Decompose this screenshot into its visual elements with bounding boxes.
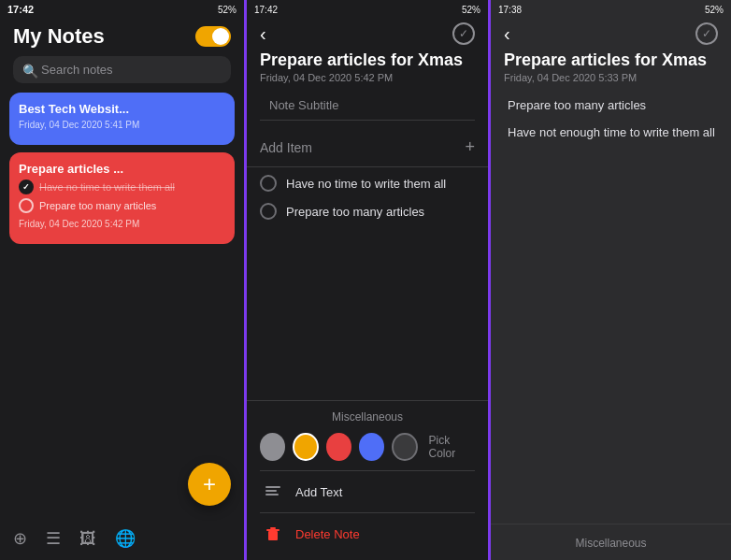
- svg-rect-5: [270, 527, 276, 529]
- color-yellow[interactable]: [293, 433, 319, 461]
- nav-globe-icon[interactable]: 🌐: [115, 528, 136, 549]
- editor-title: Prepare articles for Xmas: [247, 50, 488, 72]
- confirm-button[interactable]: [452, 22, 475, 45]
- nav-add-icon[interactable]: ⊕: [13, 528, 27, 549]
- misc-label: Miscellaneous: [260, 410, 475, 424]
- add-text-label: Add Text: [295, 485, 342, 499]
- subtitle-field[interactable]: Note Subtitle: [260, 91, 475, 121]
- pick-color-label: Pick Color: [429, 434, 475, 460]
- checklist-text-2: Prepare too many articles: [286, 205, 424, 219]
- view-misc-section: Miscellaneous: [491, 524, 731, 560]
- nav-image-icon[interactable]: 🖼: [79, 529, 96, 549]
- check-circle-checked: [19, 179, 34, 194]
- checklist-items: Have no time to write them all Prepare t…: [247, 167, 488, 227]
- svg-rect-2: [265, 494, 279, 495]
- view-back-arrow-icon[interactable]: ‹: [504, 23, 510, 45]
- search-bar[interactable]: 🔍 Search notes: [13, 56, 231, 83]
- status-bar-1: 17:42 52%: [0, 0, 244, 19]
- color-row: Pick Color: [260, 433, 475, 461]
- time-2: 17:42: [254, 5, 278, 15]
- svg-rect-0: [265, 486, 280, 488]
- note-card-blue[interactable]: Best Tech Websit... Friday, 04 Dec 2020 …: [9, 93, 235, 145]
- view-title: Prepare articles for Xmas: [491, 50, 731, 72]
- view-top-bar: ‹: [491, 19, 731, 50]
- battery-3: 52%: [705, 5, 724, 15]
- text-icon: [260, 479, 286, 505]
- note-item-text-2: Prepare too many articles: [39, 200, 156, 211]
- view-date: Friday, 04 Dec 2020 5:33 PM: [491, 72, 731, 94]
- list-item: Prepare too many articles: [260, 203, 475, 220]
- toggle-switch[interactable]: [195, 26, 231, 47]
- editor-date: Friday, 04 Dec 2020 5:42 PM: [247, 72, 488, 91]
- delete-note-action[interactable]: Delete Note: [260, 517, 475, 551]
- note-card-red[interactable]: Prepare articles ... Have no time to wri…: [9, 152, 235, 244]
- editor-top-bar: ‹: [247, 19, 488, 50]
- panel-view: 17:38 52% ‹ Prepare articles for Xmas Fr…: [488, 0, 731, 560]
- svg-rect-3: [268, 531, 278, 540]
- note-item-text-1: Have no time to write them all: [39, 181, 175, 193]
- toggle-knob: [212, 28, 229, 45]
- bottom-nav: ⊕ ☰ 🖼 🌐: [0, 521, 244, 560]
- trash-icon: [260, 521, 286, 547]
- color-dark[interactable]: [392, 433, 418, 461]
- list-item: Have no time to write them all: [260, 175, 475, 192]
- time-3: 17:38: [498, 5, 522, 15]
- status-bar-2: 17:42 52%: [247, 0, 488, 19]
- search-placeholder: Search notes: [41, 63, 113, 77]
- note-card-blue-title: Best Tech Websit...: [19, 102, 225, 116]
- list-item: Prepare too many articles: [19, 198, 225, 213]
- note-card-blue-date: Friday, 04 Dec 2020 5:41 PM: [19, 120, 225, 130]
- add-text-action[interactable]: Add Text: [260, 475, 475, 509]
- divider-1: [260, 470, 475, 471]
- view-misc-label: Miscellaneous: [575, 537, 646, 550]
- check-circle-unchecked: [19, 198, 34, 213]
- view-item-1: Prepare too many articles: [504, 98, 718, 112]
- panel-editor: 17:42 52% ‹ Prepare articles for Xmas Fr…: [244, 0, 488, 560]
- notes-title: My Notes: [13, 24, 105, 49]
- panel-notes: 17:42 52% My Notes 🔍 Search notes Best T…: [0, 0, 244, 560]
- fab-plus-icon: +: [203, 473, 216, 495]
- battery-2: 52%: [462, 5, 480, 15]
- color-gray[interactable]: [260, 433, 285, 461]
- miscellaneous-section: Miscellaneous Pick Color Add Text: [247, 400, 488, 560]
- view-item-2: Have not enough time to write them all: [504, 125, 718, 139]
- divider-2: [260, 512, 475, 513]
- time-1: 17:42: [7, 4, 34, 15]
- note-card-red-date: Friday, 04 Dec 2020 5:42 PM: [19, 219, 225, 229]
- fab-area: +: [0, 453, 244, 521]
- view-confirm-button[interactable]: [695, 22, 718, 45]
- search-icon: 🔍: [22, 64, 36, 77]
- radio-circle-2[interactable]: [260, 203, 277, 220]
- radio-circle-1[interactable]: [260, 175, 277, 192]
- fab-button[interactable]: +: [188, 463, 231, 506]
- svg-rect-1: [265, 490, 277, 492]
- add-item-row[interactable]: Add Item +: [247, 128, 488, 167]
- note-card-red-items: Have no time to write them all Prepare t…: [19, 179, 225, 213]
- add-item-plus-icon: +: [465, 137, 475, 157]
- svg-rect-4: [266, 529, 280, 531]
- notes-list: Best Tech Websit... Friday, 04 Dec 2020 …: [0, 93, 244, 453]
- back-arrow-icon[interactable]: ‹: [260, 23, 266, 45]
- color-red[interactable]: [326, 433, 351, 461]
- notes-header: My Notes: [0, 19, 244, 56]
- list-item: Have no time to write them all: [19, 179, 225, 194]
- status-bar-3: 17:38 52%: [491, 0, 731, 19]
- note-card-red-title: Prepare articles ...: [19, 162, 225, 176]
- color-blue[interactable]: [359, 433, 384, 461]
- view-items: Prepare too many articles Have not enoug…: [491, 94, 731, 143]
- delete-note-label: Delete Note: [295, 527, 360, 541]
- add-item-text: Add Item: [260, 140, 312, 155]
- checklist-text-1: Have no time to write them all: [286, 177, 446, 191]
- battery-1: 52%: [218, 5, 236, 15]
- nav-list-icon[interactable]: ☰: [46, 528, 61, 549]
